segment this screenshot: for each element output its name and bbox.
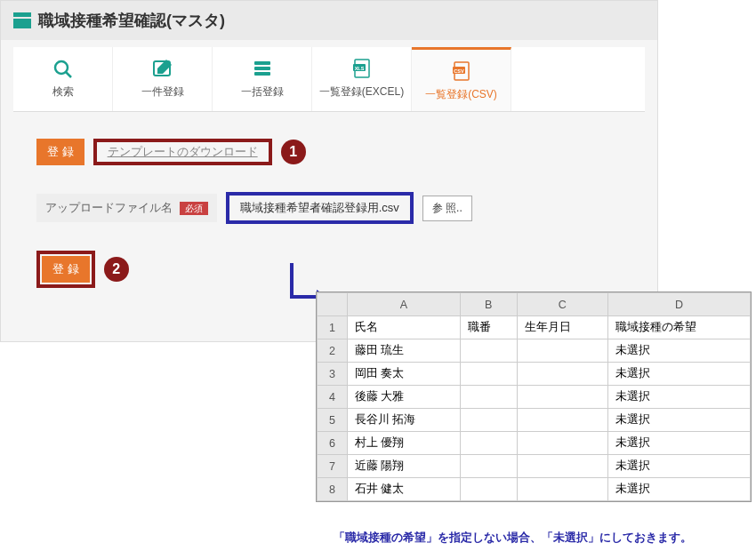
tab-bar: 検索 一件登録 一括登録 XLS 一覧登録(EXCEL) CSV 一覧登録(CS… (13, 47, 645, 112)
row-number[interactable]: 6 (318, 432, 348, 455)
spreadsheet-preview: A B C D 1 氏名 職番 生年月日 職域接種の希望 2 藤田 琉生 未選択… (316, 291, 752, 502)
row-number[interactable]: 2 (318, 339, 348, 363)
tab-list-excel[interactable]: XLS 一覧登録(EXCEL) (312, 47, 412, 111)
row-number[interactable]: 8 (318, 478, 348, 501)
row-number[interactable]: 3 (318, 363, 348, 386)
upload-label: アップロードファイル名 必須 (36, 194, 217, 222)
title-bar: 職域接種希望確認(マスタ) (1, 1, 657, 40)
table-row: 1 氏名 職番 生年月日 職域接種の希望 (318, 316, 751, 339)
table-row: 3 岡田 奏太 未選択 (318, 363, 751, 386)
table-row: 4 後藤 大雅 未選択 (318, 386, 751, 409)
svg-rect-1 (13, 19, 31, 28)
svg-rect-0 (13, 12, 31, 17)
svg-text:CSV: CSV (454, 68, 464, 74)
table-row: 7 近藤 陽翔 未選択 (318, 455, 751, 478)
template-download-link[interactable]: テンプレートのダウンロード (99, 140, 267, 164)
highlight-register: 登 録 (36, 251, 95, 288)
cell[interactable] (517, 363, 607, 386)
cell[interactable]: 職番 (460, 316, 517, 339)
search-icon (51, 58, 76, 79)
cell[interactable]: 後藤 大雅 (348, 386, 461, 409)
row-number[interactable]: 7 (318, 455, 348, 478)
svg-text:XLS: XLS (354, 66, 364, 71)
cell[interactable] (517, 339, 607, 363)
cell[interactable]: 岡田 奏太 (348, 363, 461, 386)
footnote: 「職域接種の希望」を指定しない場合、「未選択」にしておきます。 (334, 530, 692, 546)
cell[interactable]: 未選択 (607, 409, 750, 432)
cell[interactable]: 生年月日 (517, 316, 607, 339)
tab-label: 検索 (52, 85, 74, 98)
col-header[interactable]: B (460, 293, 517, 316)
step-badge-1: 1 (281, 140, 306, 164)
cell[interactable]: 未選択 (607, 478, 750, 501)
tab-bulk-register[interactable]: 一括登録 (213, 47, 312, 111)
upload-label-text: アップロードファイル名 (45, 201, 173, 214)
cell[interactable]: 未選択 (607, 455, 750, 478)
edit-icon (150, 58, 175, 79)
cell[interactable] (460, 386, 517, 409)
highlight-template: テンプレートのダウンロード (93, 139, 272, 165)
col-header[interactable]: A (348, 293, 461, 316)
svg-point-2 (55, 61, 68, 74)
svg-rect-7 (254, 72, 270, 76)
table-row: 8 石井 健太 未選択 (318, 478, 751, 501)
window-icon (13, 12, 31, 28)
cell[interactable] (460, 363, 517, 386)
row-number[interactable]: 5 (318, 409, 348, 432)
svg-rect-6 (254, 67, 270, 70)
cell[interactable] (517, 409, 607, 432)
cell[interactable]: 藤田 琉生 (348, 339, 461, 363)
tab-label: 一括登録 (241, 85, 284, 98)
cell[interactable] (517, 455, 607, 478)
tab-label: 一覧登録(CSV) (425, 88, 497, 100)
cell[interactable]: 石井 健太 (348, 478, 461, 501)
cell[interactable] (460, 478, 517, 501)
cell[interactable]: 長谷川 拓海 (348, 409, 461, 432)
cell[interactable]: 未選択 (607, 386, 750, 409)
cell[interactable]: 氏名 (348, 316, 461, 339)
cell[interactable] (517, 432, 607, 455)
cell[interactable] (460, 409, 517, 432)
row-number[interactable]: 1 (318, 316, 348, 339)
col-header[interactable]: D (607, 293, 750, 316)
svg-line-3 (66, 72, 71, 77)
cell[interactable]: 未選択 (607, 339, 750, 363)
browse-button[interactable]: 参 照.. (422, 196, 472, 221)
table-row: 2 藤田 琉生 未選択 (318, 339, 751, 363)
cell[interactable] (517, 386, 607, 409)
stack-icon (250, 58, 275, 79)
cell[interactable]: 未選択 (607, 432, 750, 455)
upload-filename-field[interactable]: 職域接種希望者確認登録用.csv (226, 192, 414, 224)
cell[interactable] (460, 455, 517, 478)
register-button-bottom[interactable]: 登 録 (42, 256, 90, 283)
table-row: 6 村上 優翔 未選択 (318, 432, 751, 455)
cell[interactable]: 未選択 (607, 363, 750, 386)
col-header[interactable]: C (517, 293, 607, 316)
cell[interactable] (460, 339, 517, 363)
register-button-top[interactable]: 登 録 (36, 139, 84, 165)
page-title: 職域接種希望確認(マスタ) (38, 10, 225, 31)
cell[interactable]: 村上 優翔 (348, 432, 461, 455)
svg-rect-5 (254, 61, 270, 65)
tab-label: 一覧登録(EXCEL) (319, 85, 404, 98)
required-badge: 必須 (180, 202, 208, 215)
tab-search[interactable]: 検索 (13, 47, 113, 111)
xls-icon: XLS (350, 58, 374, 79)
cell[interactable]: 職域接種の希望 (607, 316, 750, 339)
cell[interactable]: 近藤 陽翔 (348, 455, 461, 478)
step-badge-2: 2 (104, 257, 129, 282)
table-row: 5 長谷川 拓海 未選択 (318, 409, 751, 432)
cell[interactable] (460, 432, 517, 455)
tab-single-register[interactable]: 一件登録 (113, 47, 213, 111)
spreadsheet-corner[interactable] (318, 293, 348, 316)
csv-icon: CSV (449, 60, 474, 82)
tab-label: 一件登録 (141, 85, 184, 98)
tab-list-csv[interactable]: CSV 一覧登録(CSV) (412, 47, 511, 111)
row-number[interactable]: 4 (318, 386, 348, 409)
cell[interactable] (517, 478, 607, 501)
